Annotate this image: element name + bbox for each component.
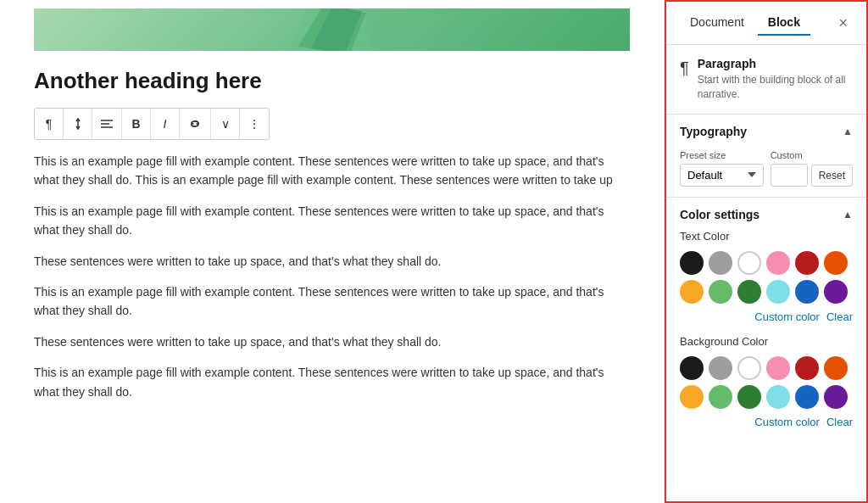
bg-swatch-darkred[interactable] bbox=[795, 356, 819, 380]
bg-swatch-green[interactable] bbox=[737, 385, 761, 409]
color-section-header[interactable]: Color settings ▲ bbox=[666, 198, 866, 230]
toolbar-move[interactable] bbox=[64, 109, 92, 139]
bg-swatch-lightgreen[interactable] bbox=[709, 385, 732, 409]
bg-swatch-black[interactable] bbox=[680, 356, 704, 380]
toolbar-link[interactable] bbox=[180, 109, 211, 139]
typography-section-header[interactable]: Typography ▲ bbox=[666, 115, 866, 147]
paragraph-2: This is an example page fill with exampl… bbox=[34, 202, 630, 240]
hero-graphic bbox=[281, 8, 383, 51]
text-color-subsection: Text Color Custom color Clear bbox=[680, 230, 853, 323]
toolbar-overflow[interactable]: ⋮ bbox=[240, 109, 269, 139]
color-settings-title: Color settings bbox=[680, 208, 760, 221]
custom-size-input[interactable] bbox=[771, 164, 808, 187]
toolbar-paragraph[interactable]: ¶ bbox=[35, 109, 64, 139]
color-swatch-gray[interactable] bbox=[709, 251, 732, 275]
main-content: Another heading here ¶ B I ∨ ⋮ bbox=[0, 0, 665, 503]
bg-color-subsection: Background Color Custom color Clear bbox=[680, 335, 853, 428]
preset-select[interactable]: Default Small Medium Large Huge bbox=[680, 164, 764, 187]
sidebar-header: Document Block × bbox=[666, 2, 866, 45]
text-clear-button[interactable]: Clear bbox=[826, 310, 853, 323]
color-swatch-black[interactable] bbox=[680, 251, 704, 275]
typography-title: Typography bbox=[680, 125, 747, 138]
tab-document[interactable]: Document bbox=[680, 10, 754, 36]
typography-section: Preset size Default Small Medium Large H… bbox=[666, 147, 866, 198]
paragraph-5: These sentences were written to take up … bbox=[34, 333, 630, 351]
preset-size-group: Preset size Default Small Medium Large H… bbox=[680, 150, 764, 187]
color-swatch-orange[interactable] bbox=[824, 251, 848, 275]
bg-swatch-blue[interactable] bbox=[795, 385, 819, 409]
preset-label: Preset size bbox=[680, 150, 764, 160]
bg-swatch-pink[interactable] bbox=[766, 356, 790, 380]
paragraph-6: This is an example page fill with exampl… bbox=[34, 363, 630, 401]
color-swatch-blue[interactable] bbox=[795, 280, 819, 304]
text-color-grid bbox=[680, 251, 853, 304]
paragraph-1: This is an example page fill with exampl… bbox=[34, 152, 630, 190]
align-icon bbox=[101, 119, 113, 129]
color-swatch-purple[interactable] bbox=[824, 280, 848, 304]
bg-swatch-lightblue[interactable] bbox=[766, 385, 790, 409]
bg-color-grid bbox=[680, 356, 853, 409]
bg-swatch-white[interactable] bbox=[737, 356, 761, 380]
block-info: ¶ Paragraph Start with the building bloc… bbox=[666, 45, 866, 115]
toolbar-italic[interactable]: I bbox=[151, 109, 180, 139]
block-sidebar: Document Block × ¶ Paragraph Start with … bbox=[665, 0, 868, 503]
move-icon bbox=[73, 118, 83, 130]
bg-swatch-gray[interactable] bbox=[709, 356, 732, 380]
toolbar-bold[interactable]: B bbox=[122, 109, 151, 139]
bg-custom-color-link[interactable]: Custom color bbox=[754, 416, 820, 428]
bg-clear-button[interactable]: Clear bbox=[826, 416, 853, 428]
color-swatch-yellow[interactable] bbox=[680, 280, 704, 304]
typography-chevron-icon: ▲ bbox=[843, 126, 853, 137]
link-icon bbox=[188, 119, 202, 129]
bg-swatch-yellow[interactable] bbox=[680, 385, 704, 409]
color-swatch-lightgreen[interactable] bbox=[709, 280, 732, 304]
hero-image bbox=[34, 8, 630, 51]
block-desc: Start with the building block of all nar… bbox=[698, 73, 853, 102]
bg-color-label: Background Color bbox=[680, 335, 853, 348]
formatting-toolbar: ¶ B I ∨ ⋮ bbox=[34, 108, 270, 140]
color-swatch-pink[interactable] bbox=[766, 251, 790, 275]
color-swatch-darkred[interactable] bbox=[795, 251, 819, 275]
custom-size-group: Custom Reset bbox=[771, 150, 853, 187]
toolbar-align[interactable] bbox=[92, 109, 122, 139]
tab-block[interactable]: Block bbox=[758, 10, 810, 36]
color-swatch-green[interactable] bbox=[737, 280, 761, 304]
paragraph-icon: ¶ bbox=[680, 59, 689, 78]
bg-color-actions: Custom color Clear bbox=[680, 416, 853, 428]
reset-button[interactable]: Reset bbox=[811, 165, 853, 187]
paragraph-4: This is an example page fill with exampl… bbox=[34, 282, 630, 321]
color-swatch-lightblue[interactable] bbox=[766, 280, 790, 304]
color-settings-chevron-icon: ▲ bbox=[843, 209, 853, 221]
bg-swatch-orange[interactable] bbox=[824, 356, 848, 380]
bg-swatch-purple[interactable] bbox=[824, 385, 848, 409]
paragraph-3: These sentences were written to take up … bbox=[34, 252, 630, 271]
color-swatch-white[interactable] bbox=[737, 251, 761, 275]
block-title: Paragraph bbox=[698, 57, 853, 70]
text-color-label: Text Color bbox=[680, 230, 853, 243]
text-custom-color-link[interactable]: Custom color bbox=[754, 310, 820, 323]
custom-label: Custom bbox=[771, 150, 808, 160]
tab-group: Document Block bbox=[680, 10, 825, 36]
page-heading: Another heading here bbox=[34, 68, 630, 94]
close-button[interactable]: × bbox=[833, 14, 853, 32]
color-section: Text Color Custom color Clear bbox=[666, 230, 866, 450]
text-color-actions: Custom color Clear bbox=[680, 310, 853, 323]
toolbar-more-options[interactable]: ∨ bbox=[211, 109, 240, 139]
